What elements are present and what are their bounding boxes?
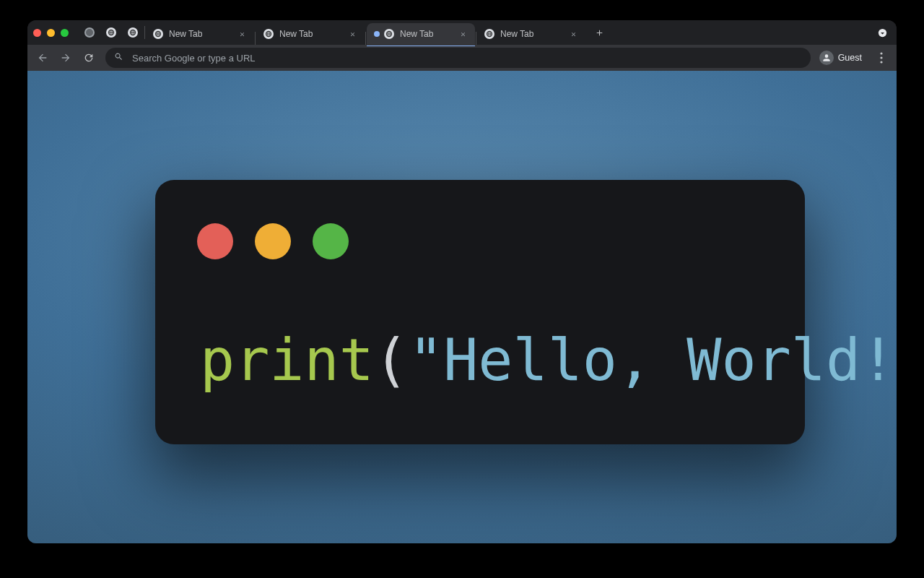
omnibox[interactable]: [105, 48, 811, 68]
tab-separator: [144, 26, 145, 39]
forward-button[interactable]: [55, 47, 77, 69]
terminal-close-icon: [197, 223, 233, 259]
window-traffic-lights: [33, 29, 69, 37]
terminal-window: print("Hello, World!"): [155, 180, 805, 444]
browser-window: New Tab New Tab New Tab: [27, 20, 897, 543]
back-button[interactable]: [32, 47, 53, 69]
chevron-down-icon[interactable]: [872, 22, 892, 43]
new-tab-button[interactable]: [590, 23, 609, 42]
terminal-traffic-lights: [197, 223, 349, 259]
code-string: "Hello, World!": [409, 327, 897, 394]
globe-favicon-icon: [106, 27, 116, 38]
pinned-tab[interactable]: [79, 23, 100, 42]
search-icon: [114, 51, 123, 64]
window-minimize-icon[interactable]: [47, 29, 55, 37]
tab-title: New Tab: [169, 29, 202, 39]
profile-label: Guest: [838, 53, 862, 63]
reload-button[interactable]: [78, 47, 100, 69]
svg-point-2: [880, 52, 882, 54]
tab-separator: [476, 32, 476, 45]
pinned-tab[interactable]: [122, 23, 144, 42]
tab-active[interactable]: New Tab: [367, 23, 475, 45]
tab[interactable]: New Tab: [146, 23, 254, 45]
globe-favicon-icon: [128, 27, 138, 38]
tabs: New Tab New Tab New Tab: [146, 20, 585, 45]
close-icon[interactable]: [568, 29, 578, 39]
close-icon[interactable]: [347, 29, 357, 39]
svg-point-4: [880, 61, 882, 63]
loading-dot-icon: [374, 31, 380, 37]
tab-separator: [255, 32, 256, 45]
tab-title: New Tab: [500, 29, 533, 39]
kebab-menu-button[interactable]: [871, 47, 892, 69]
tab-strip: New Tab New Tab New Tab: [27, 20, 897, 45]
tab[interactable]: New Tab: [477, 23, 585, 45]
terminal-zoom-icon: [313, 223, 349, 259]
omnibox-input[interactable]: [131, 52, 802, 64]
tab-title: New Tab: [279, 29, 313, 39]
code-func: print: [200, 327, 374, 394]
window-zoom-icon[interactable]: [61, 29, 69, 37]
globe-favicon-icon: [263, 29, 274, 39]
active-tab-underline: [367, 46, 475, 46]
close-icon[interactable]: [237, 29, 247, 39]
pinned-tab[interactable]: [100, 23, 122, 42]
close-icon[interactable]: [458, 29, 468, 39]
tab[interactable]: New Tab: [256, 23, 365, 45]
avatar-icon: [819, 51, 834, 65]
svg-point-3: [880, 56, 882, 59]
code-paren-open: (: [374, 327, 409, 394]
window-close-icon[interactable]: [33, 29, 41, 37]
tab-separator: [365, 32, 366, 45]
viewport: print("Hello, World!"): [27, 71, 897, 543]
globe-favicon-icon: [484, 29, 494, 39]
blank-favicon-icon: [84, 27, 95, 38]
profile-chip[interactable]: Guest: [816, 48, 869, 68]
svg-point-0: [86, 29, 93, 36]
terminal-minimize-icon: [255, 223, 291, 259]
tab-title: New Tab: [400, 29, 433, 39]
globe-favicon-icon: [384, 29, 394, 39]
pinned-tabs: [79, 23, 144, 42]
globe-favicon-icon: [153, 29, 163, 39]
code-line: print("Hello, World!"): [200, 332, 897, 389]
toolbar: Guest: [27, 45, 897, 71]
